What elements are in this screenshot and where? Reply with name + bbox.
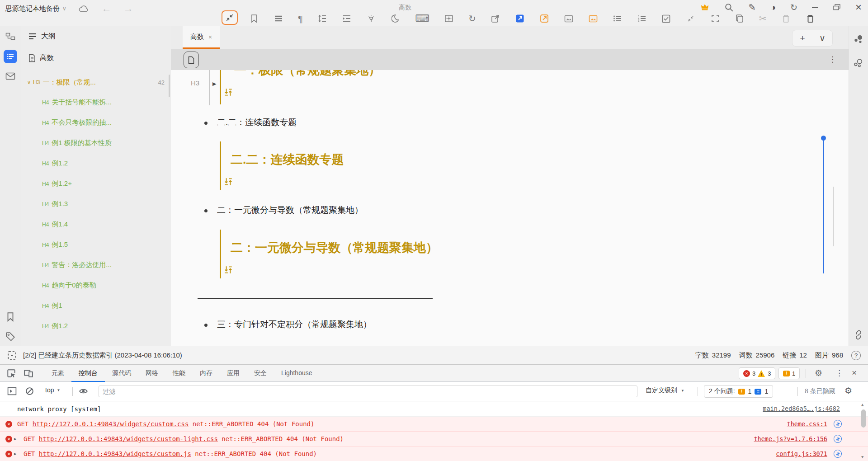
outline-item-h4[interactable]: H4趋向于0的泰勒 <box>21 275 171 296</box>
source-link[interactable]: config.js:3071 <box>776 450 827 457</box>
select-region-icon[interactable] <box>710 13 720 24</box>
expand-caret-icon[interactable]: ▶ <box>14 452 16 456</box>
task-list-icon[interactable] <box>661 13 671 24</box>
fullscreen-icon[interactable] <box>444 13 454 24</box>
bookmark-icon[interactable] <box>249 13 259 24</box>
tag-icon[interactable] <box>5 332 15 342</box>
console-error-row[interactable]: × ▶ GET http://127.0.0.1:49843/widgets/c… <box>0 447 868 461</box>
dark-mode-moon-icon[interactable] <box>391 13 401 24</box>
breadcrumb-doc-button[interactable] <box>184 52 199 68</box>
outline-item-h3[interactable]: ∨ H3 一：极限（常规... 42 <box>21 72 171 92</box>
workspace-chevron-icon[interactable]: ∨ <box>62 5 66 12</box>
nav-forward-icon[interactable]: → <box>123 3 133 14</box>
bookmark-dock-icon[interactable] <box>6 312 14 322</box>
console-filter-input[interactable] <box>99 386 637 397</box>
outline-item-h4[interactable]: H4警告：洛必达使用... <box>21 255 171 275</box>
breadcrumb-more-icon[interactable]: ⋮ <box>829 55 836 64</box>
keyboard-icon[interactable]: ⌨ <box>415 14 429 24</box>
devtools-tab-sources[interactable]: 源代码 <box>105 365 138 382</box>
console-log-row[interactable]: network proxy [system] main.2ed86a5….js:… <box>0 401 868 417</box>
outline-item-h4[interactable]: H4例1.3 <box>21 194 171 214</box>
devtools-tab-console[interactable]: 控制台 <box>71 365 105 382</box>
open-window-icon[interactable] <box>491 13 500 24</box>
tab-list-chevron-icon[interactable]: ∨ <box>812 33 832 43</box>
backlinks-icon[interactable] <box>854 330 863 340</box>
tab-close-icon[interactable]: × <box>208 33 212 41</box>
devtools-tab-application[interactable]: 应用 <box>220 365 247 382</box>
image-icon[interactable] <box>564 13 574 24</box>
expand-caret-icon[interactable]: ▶ <box>14 437 16 441</box>
outline-item-h4[interactable]: H4例1.2 <box>21 153 171 174</box>
request-url-link[interactable]: http://127.0.0.1:49843/widgets/custom.js <box>39 450 191 457</box>
console-error-row[interactable]: × GET http://127.0.0.1:49843/widgets/cus… <box>0 417 868 432</box>
list-item-text[interactable]: 二：一元微分与导数（常规题聚集地） <box>217 204 363 216</box>
copy-icon[interactable] <box>735 13 745 24</box>
initiator-chain-icon[interactable] <box>834 420 842 428</box>
workspace-label[interactable]: 思源笔记本地备份 <box>5 5 60 13</box>
outline-scrollbar[interactable] <box>169 75 170 97</box>
issues-badge[interactable]: ! 1 <box>778 367 800 379</box>
close-window-icon[interactable]: × <box>855 2 862 13</box>
help-icon[interactable]: ? <box>851 351 861 360</box>
tab-gaoshu[interactable]: 高数 × <box>183 26 220 49</box>
edit-pencil-icon[interactable]: ✎ <box>748 3 756 12</box>
scrollbar-track[interactable] <box>833 187 834 246</box>
doc-tree-icon[interactable] <box>5 33 15 42</box>
cut-scissors-icon[interactable]: ✂ <box>759 14 767 23</box>
vip-crown-icon[interactable] <box>700 3 710 12</box>
graph-global-icon[interactable] <box>853 58 864 69</box>
scroll-up-icon[interactable]: ▲ <box>861 402 863 407</box>
devtools-close-icon[interactable]: × <box>852 368 857 378</box>
headings-icon[interactable] <box>274 13 283 24</box>
embed-refresh-icon[interactable] <box>223 87 233 97</box>
expander-chevron-icon[interactable]: ∨ <box>27 80 31 85</box>
console-scrollbar[interactable]: ▲ ▼ <box>860 401 867 461</box>
clipped-heading[interactable]: 一：极限（常规题聚集地） <box>234 70 381 78</box>
scrollbar-thumb[interactable] <box>861 409 866 428</box>
trash-light-icon[interactable] <box>781 13 791 24</box>
flashcard-box-icon[interactable] <box>7 351 17 360</box>
console-error-row[interactable]: × ▶ GET http://127.0.0.1:49843/widgets/c… <box>0 432 868 447</box>
execution-context-selector[interactable]: top▼ <box>45 386 60 394</box>
device-toolbar-icon[interactable] <box>24 368 33 378</box>
outline-dock-icon[interactable] <box>4 50 17 63</box>
devtools-tab-security[interactable]: 安全 <box>247 365 274 382</box>
outline-doc-row[interactable]: 高数 <box>28 53 54 63</box>
collapse-blocks-icon[interactable] <box>222 10 238 25</box>
request-url-link[interactable]: http://127.0.0.1:49843/widgets/custom-li… <box>39 435 218 442</box>
devtools-tab-network[interactable]: 网络 <box>138 365 165 382</box>
outline-item-h4[interactable]: H4例1 <box>21 296 171 316</box>
source-link[interactable]: main.2ed86a5….js:4682 <box>763 405 840 412</box>
open-window-orange-icon[interactable] <box>539 13 549 24</box>
minimize-icon[interactable] <box>812 7 818 8</box>
inspect-element-icon[interactable] <box>6 368 16 378</box>
new-tab-button[interactable]: + <box>793 33 812 43</box>
line-height-icon[interactable] <box>317 13 327 24</box>
embed-refresh-icon[interactable] <box>223 265 233 275</box>
console-error-warning-badges[interactable]: × 3 ! 3 <box>739 367 775 379</box>
initiator-chain-icon[interactable] <box>834 450 842 458</box>
console-sidebar-toggle-icon[interactable] <box>7 387 17 395</box>
outline-item-h4[interactable]: H4例1.4 <box>21 214 171 235</box>
cloud-sync-icon[interactable] <box>78 5 89 13</box>
log-level-selector[interactable]: 自定义级别▼ <box>646 386 684 395</box>
scroll-down-icon[interactable]: ▼ <box>861 455 863 459</box>
open-window-blue-icon[interactable] <box>515 13 525 24</box>
search-icon[interactable] <box>724 3 734 12</box>
graph-local-icon[interactable] <box>853 34 864 45</box>
issues-counter[interactable]: 2 个问题: ! 1 = 1 <box>704 385 773 398</box>
devtools-tab-elements[interactable]: 元素 <box>44 365 71 382</box>
embed-heading[interactable]: 二：一元微分与导数（常规题聚集地） <box>231 240 438 256</box>
console-settings-gear-icon[interactable]: ⚙ <box>844 386 852 395</box>
devtools-tab-memory[interactable]: 内存 <box>193 365 220 382</box>
outline-item-h4[interactable]: H4关于括号能不能拆... <box>21 92 171 113</box>
clear-console-icon[interactable] <box>25 387 34 395</box>
sync-refresh-icon[interactable]: ↻ <box>790 3 797 12</box>
flashlight-icon[interactable] <box>366 13 376 24</box>
outline-item-h4[interactable]: H4例1.5 <box>21 235 171 255</box>
refresh-icon[interactable]: ↻ <box>468 14 476 23</box>
devtools-settings-gear-icon[interactable]: ⚙ <box>815 369 822 377</box>
source-link[interactable]: theme.js?v=1.7.6:156 <box>754 435 827 442</box>
devtools-menu-dots-icon[interactable]: ⋮ <box>835 368 843 378</box>
outline-item-h4[interactable]: H4例1.2+ <box>21 174 171 194</box>
